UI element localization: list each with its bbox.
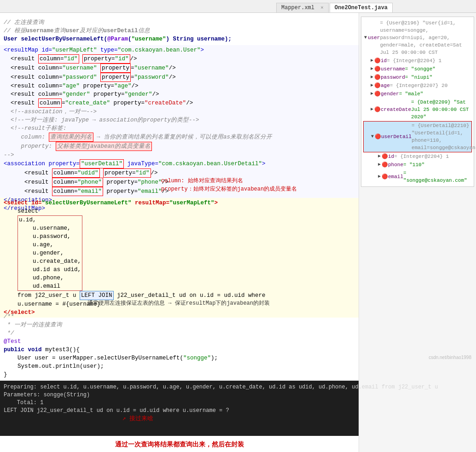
tab-mapper-xml[interactable]: Mapper.xml × — [276, 3, 329, 12]
debug-item-id: ► 🔴 id = {Integer@2204} 1 — [363, 57, 472, 65]
association-open: <association property="userDetail" javaT… — [4, 161, 266, 167]
tab-close-icon[interactable]: × — [320, 5, 324, 11]
console-line-3: Total: 1 — [4, 399, 355, 407]
test-method-sig: public void mytest3(){ — [4, 347, 80, 353]
tab-one2one-test[interactable]: One2OneTest.java — [330, 3, 393, 12]
result-create-date: <result column="create_date" property="c… — [11, 100, 193, 106]
test-body-2: System.out.println(user); — [4, 363, 104, 370]
test-comment-1: /** — [4, 313, 14, 320]
console-line-4: LEFT JOIN j22_user_detail_t ud on u.id =… — [4, 407, 355, 431]
result-password: <result column="password" property="pass… — [11, 74, 176, 81]
debug-item-username: ► 🔴 username = "songge" — [363, 65, 472, 73]
watermark: csdn.net/binhao1998 — [429, 355, 471, 360]
bottom-final-annotation: 通过一次查询将结果都查询出来，然后在封装 — [0, 436, 359, 452]
debug-item-detail-phone: ► 🔴 phone = "110" — [363, 161, 472, 169]
bottom-console: Preparing: select u.id, u.username, u.pa… — [0, 381, 359, 436]
left-join-annotation: 通常使用左连接保证左表的信息 → 保证resultMap下的javabean的封… — [87, 299, 359, 307]
annotation-column-text: column: 始终对应查询结果列名 — [161, 177, 359, 185]
console-line-1: Preparing: select u.id, u.username, u.pa… — [4, 383, 355, 391]
comment-column-desc: column: 查询结果的列名 → 当你的查询结果的列名重复的时候，可以使用as… — [4, 134, 272, 140]
comment-association-2: <!--一对一连接: javaType → association的proper… — [11, 117, 199, 123]
debug-tree: ▼ user = {User@2196} "User{id=1, usernam… — [361, 17, 474, 187]
console-line-2: Parameters: songge(String) — [4, 391, 355, 399]
result-map-open: <resultMap id="userMapLeft" type="com.cs… — [4, 47, 204, 53]
expand-icon-root[interactable]: ▼ — [364, 34, 367, 41]
expand-icon-id[interactable]: ► — [371, 57, 373, 64]
result-username: <result column="username" property="user… — [11, 65, 176, 71]
test-comment-3: */ — [4, 330, 14, 336]
debug-item-create-date: ► 🔴 createDate = {Date@2209} "Sat Jul 25… — [363, 98, 472, 121]
debug-item-user-detail: ▼ 🔴 userDetail = {UserDetail@2210} "User… — [363, 121, 472, 152]
annotation-column-property: column: 始终对应查询结果列名 property：始终对应父标签的java… — [161, 177, 359, 193]
test-comment-2: * 一对一的连接查询 — [4, 322, 62, 328]
result-id: <result column="id" property="id"/> — [11, 56, 137, 62]
code-panel: // 左连接查询 // 根据username查询user及对应的userDeta… — [0, 13, 359, 452]
annotation-property-text: property：始终对应父标签的javabean的成员变量名 — [161, 185, 359, 193]
left-join-keyword: LEFT JOIN — [80, 291, 114, 300]
main-area: // 左连接查询 // 根据username查询user及对应的userDeta… — [0, 13, 476, 452]
debug-item-age: ► 🔴 age = {Integer@2207} 20 — [363, 81, 472, 90]
field-list-box: u.id, u.username, u.password, u.age, u.g… — [17, 215, 82, 291]
debug-root-key: user — [368, 34, 380, 41]
comment-query-desc: // 根据username查询user及对应的userDetail信息 — [4, 28, 150, 34]
comment-result-subtag: <!--result子标签: — [11, 125, 67, 132]
debug-root: ▼ user = {User@2196} "User{id=1, usernam… — [363, 19, 472, 57]
debug-item-password: ► 🔴 password = "niupi" — [363, 73, 472, 81]
test-annotation: @Test — [4, 338, 21, 345]
test-close: } — [4, 371, 7, 378]
comment-association-1: <!--association，一对一--> — [11, 109, 97, 115]
debug-item-detail-id: ► 🔴 id = {Integer@2204} 1 — [363, 152, 472, 161]
debug-item-gender: ► 🔴 gender = "male" — [363, 90, 472, 98]
result-gender: <result column="gender" property="gender… — [11, 91, 159, 98]
result-age: <result column="age" property="age"/> — [11, 83, 139, 89]
debug-root-value: = {User@2196} "User{id=1, username=songg… — [380, 19, 471, 56]
select-open-tag: <select id="selectUserByUsernameLeft" re… — [4, 200, 218, 206]
result-phone: <result column="phone" property="phone"/… — [11, 179, 169, 185]
tab-bar: Mapper.xml × One2OneTest.java — [0, 0, 476, 13]
comment-close: --> — [4, 152, 14, 158]
result-udid: <result column="udid" property="id"/> — [11, 170, 158, 176]
method-signature-line: User selectUserByUsernameLeft(@Param("us… — [4, 36, 232, 42]
comment-left-join: // 左连接查询 — [4, 19, 44, 26]
test-body-1: User user = userMapper.selectUserByUsern… — [4, 355, 218, 361]
debug-item-detail-email: ► 🔴 email = "songge@cskaoyan.com" — [363, 169, 472, 185]
result-email: <result column="email" property="email"/… — [11, 188, 169, 195]
comment-property-desc: property: 父标签类型javabean的成员变量名 — [4, 143, 152, 150]
bottom-annotation-text: 通过一次查询将结果都查询出来，然后在封装 — [115, 441, 244, 448]
